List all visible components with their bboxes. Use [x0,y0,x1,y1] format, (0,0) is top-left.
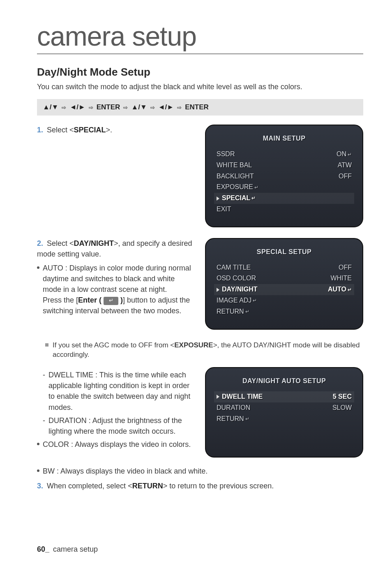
step-number: 2. [37,239,43,247]
osd-value: ATW [338,160,352,171]
footer-text: camera setup [53,545,98,553]
step-keyword: RETURN [132,482,163,490]
osd-row: BACKLIGHTOFF [214,171,354,182]
nav-seg: ENTER [97,103,120,111]
osd-row: EXPOSURE↵ [214,182,354,193]
osd-title: MAIN SETUP [214,134,354,144]
osd-label: OSD COLOR [217,273,256,284]
osd-value: ON↵ [337,149,352,160]
osd-row: RETURN↵ [214,306,354,317]
osd-daynight-auto-setup: DAY/NIGHT AUTO SETUP DWELL TIME5 SEC DUR… [205,367,363,458]
step-keyword: DAY/NIGHT [74,239,114,247]
bullet-color: COLOR : Always displays the video in col… [37,439,193,450]
page-header: camera setup [37,21,363,54]
page-footer: 60_ camera setup [37,545,98,554]
step-2: 2. Select <DAY/NIGHT>, and specify a des… [37,238,193,319]
osd-row: CAM TITLEOFF [214,262,354,273]
section-title: Day/Night Mode Setup [37,66,363,79]
osd-value: AUTO↵ [328,284,352,295]
enter-key-icon: ↵ [104,297,118,305]
sub-duration: -DURATION : Adjust the brightness of the… [43,415,193,437]
osd-label: BACKLIGHT [217,171,254,182]
osd-label: RETURN↵ [217,307,249,317]
osd-main-setup: MAIN SETUP SSDRON↵ WHITE BALATW BACKLIGH… [205,125,363,227]
sub-text: DWELL TIME : This is the time while each… [48,370,193,412]
step-keyword: SPECIAL [74,126,106,134]
osd-value: 5 SEC [333,392,352,402]
step-text: Select < [47,126,74,134]
nav-seg: ▲/▼ [43,103,58,111]
bullet-text: AUTO : Displays in color mode during nor… [43,263,193,295]
osd-row: RETURN↵ [214,414,354,425]
page-number: 60_ [37,545,49,553]
bullet-icon [37,469,39,472]
osd-row: OSD COLORWHITE [214,273,354,284]
bullet-icon [37,266,39,269]
note-agc: If you set the AGC mode to OFF from <EXP… [45,340,363,360]
bullet-text: BW : Always displays the video in black … [43,466,208,476]
step-3: 3. When completed, select <RETURN> to re… [37,481,363,491]
bullet-icon [37,443,39,445]
osd-label: DWELL TIME [217,392,263,402]
sub-text: DURATION : Adjust the brightness of the … [48,415,193,437]
osd-label: DAY/NIGHT [217,284,258,295]
enter-icon: ↵ [254,184,258,192]
osd-label: WHITE BAL [217,160,252,171]
nav-seg: ◄/► [69,103,85,111]
enter-icon: ↵ [253,297,257,305]
osd-value: WHITE [330,273,352,284]
arrow-icon: ⇨ [123,104,128,111]
bullet-auto: AUTO : Displays in color mode during nor… [37,263,193,316]
osd-special-setup: SPECIAL SETUP CAM TITLEOFF OSD COLORWHIT… [205,238,363,330]
osd-label: EXPOSURE↵ [217,182,258,192]
osd-row-selected: DWELL TIME5 SEC [214,391,354,402]
bullet-text: COLOR : Always displays the video in col… [43,439,191,450]
bullet-bw: BW : Always displays the video in black … [37,466,363,476]
osd-row-selected: SPECIAL↵ [214,193,354,204]
nav-seg: ▲/▼ [131,103,147,111]
square-bullet-icon [45,343,48,347]
caret-right-icon [217,196,219,201]
nav-seg: ENTER [185,103,209,111]
osd-row: WHITE BALATW [214,160,354,171]
nav-seg: ◄/► [158,103,174,111]
osd-title: SPECIAL SETUP [214,247,354,257]
osd-label: SPECIAL↵ [217,193,256,203]
arrow-icon: ⇨ [89,104,93,111]
sub-dwell: -DWELL TIME : This is the time while eac… [43,370,193,412]
caret-right-icon [217,395,219,399]
step-number: 3. [37,482,43,490]
enter-icon: ↵ [348,152,352,157]
osd-row: DURATIONSLOW [214,402,354,414]
step-text: Select < [47,239,74,247]
osd-label: IMAGE ADJ↵ [217,296,257,306]
sub-options: -DWELL TIME : This is the time while eac… [37,367,193,452]
step-number: 1. [37,126,43,134]
osd-row: IMAGE ADJ↵ [214,295,354,306]
arrow-icon: ⇨ [62,104,66,111]
osd-label: DURATION [217,403,250,413]
step-text: When completed, select < [47,482,132,490]
arrow-icon: ⇨ [150,104,155,111]
step-text: > to return to the previous screen. [163,482,274,490]
note-keyword: EXPOSURE [174,341,213,349]
osd-label: EXIT [217,204,231,215]
arrow-icon: ⇨ [177,104,182,111]
nav-sequence-bar: ▲/▼ ⇨ ◄/► ⇨ ENTER ⇨ ▲/▼ ⇨ ◄/► ⇨ ENTER [37,99,363,116]
osd-label: SSDR [217,149,235,160]
dash-icon: - [43,415,45,437]
osd-row-selected: DAY/NIGHTAUTO↵ [214,284,354,295]
step-text: >. [106,126,113,134]
osd-row: EXIT [214,204,354,215]
step-1: 1. Select <SPECIAL>. [37,125,193,135]
caret-right-icon [217,288,219,292]
note-text: If you set the AGC mode to OFF from < [53,341,174,349]
osd-value: SLOW [332,403,352,413]
dash-icon: - [43,370,45,412]
enter-icon: ↵ [251,194,256,202]
osd-label: RETURN↵ [217,414,249,424]
enter-icon: ↵ [245,415,249,423]
osd-title: DAY/NIGHT AUTO SETUP [214,376,354,386]
osd-value: OFF [339,263,352,273]
enter-icon: ↵ [348,287,352,293]
